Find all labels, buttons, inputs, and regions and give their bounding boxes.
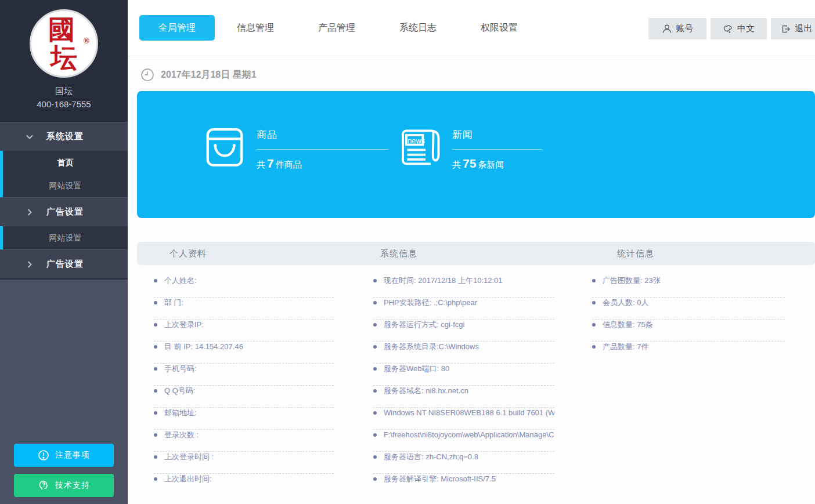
list-item: 服务器运行方式: cgi-fcgi [373, 320, 554, 342]
list-item: 上次登录时间 : [154, 452, 334, 474]
sidebar-item-label: 系统设置 [46, 131, 84, 142]
list-item: 产品数量: 7件 [592, 342, 785, 364]
panel-title-profile: 个人资料 [170, 248, 207, 259]
list-item: 上次登录IP: [154, 320, 334, 342]
brand-name: 国坛 [0, 86, 128, 97]
stats-banner: 商品 共7件商品 news 新闻 共75条新闻 [137, 91, 815, 218]
profile-list: 个人姓名: 部 门: 上次登录IP: 目 前 IP: 14.154.207.46… [154, 275, 334, 496]
list-item: 个人姓名: [154, 275, 334, 298]
bullet-icon [154, 455, 157, 459]
tab-permission-settings[interactable]: 权限设置 [459, 15, 540, 41]
bullet-icon [373, 455, 377, 459]
sidebar-item-system-settings[interactable]: 系统设置 [0, 122, 128, 151]
panel-title-system: 系统信息 [380, 248, 417, 259]
bullet-icon [373, 411, 377, 415]
bullet-icon [154, 367, 157, 371]
account-button-label: 账号 [676, 23, 694, 34]
list-item: 服务器Web端口: 80 [373, 364, 554, 386]
list-item: 现在时间: 2017/12/18 上午10:12:01 [373, 275, 554, 298]
divider [452, 149, 542, 150]
brand-logo: 國 ® 坛 [30, 9, 98, 78]
list-item: 上次退出时间: [154, 474, 334, 496]
clock-icon [140, 68, 154, 82]
sidebar-submenu: 网站设置 [0, 226, 128, 249]
support-head-icon [38, 480, 49, 491]
bullet-icon [592, 345, 596, 349]
divider [257, 149, 388, 150]
info-lists: 个人姓名: 部 门: 上次登录IP: 目 前 IP: 14.154.207.46… [137, 265, 815, 498]
bullet-icon [154, 345, 157, 349]
notice-button[interactable]: 注意事项 [14, 444, 114, 467]
bullet-icon [592, 279, 596, 282]
bullet-icon [592, 301, 596, 304]
news-icon: news [398, 125, 443, 170]
brand-phone: 400-168-7555 [0, 99, 128, 109]
sidebar-submenu: 首页 网站设置 [0, 151, 128, 197]
sidebar-item-home[interactable]: 首页 [3, 151, 128, 174]
stat-count: 共75条新闻 [452, 157, 542, 171]
tab-global-management[interactable]: 全局管理 [139, 15, 215, 41]
chevron-right-icon [26, 208, 34, 216]
stat-news: news 新闻 共75条新闻 [398, 125, 542, 171]
list-item: 广告图数量: 23张 [592, 275, 785, 298]
account-button[interactable]: 账号 [648, 18, 706, 39]
sidebar-item-site-settings-2[interactable]: 网站设置 [3, 226, 128, 249]
list-item: 登录次数 : [154, 430, 334, 452]
tab-info-management[interactable]: 信息管理 [215, 15, 296, 41]
support-button[interactable]: 技术支持 [14, 474, 114, 497]
list-item: 信息数量: 75条 [592, 320, 785, 342]
bullet-icon [154, 323, 157, 327]
chevron-down-icon [26, 133, 34, 141]
system-info-list: 现在时间: 2017/12/18 上午10:12:01 PHP安装路径: .;C… [373, 275, 554, 496]
language-button[interactable]: 中文 [711, 18, 767, 39]
list-item: 服务器域名: ni8.hx.net.cn [373, 386, 554, 408]
sidebar-item-ad-settings-2[interactable]: 广告设置 [0, 249, 128, 278]
user-icon [662, 24, 672, 34]
chevron-right-icon [26, 260, 34, 269]
bullet-icon [373, 389, 377, 393]
logout-icon [781, 24, 791, 34]
sidebar-item-site-settings[interactable]: 网站设置 [3, 174, 128, 197]
registered-mark: ® [84, 37, 89, 46]
brand-area: 國 ® 坛 国坛 400-168-7555 [0, 0, 128, 122]
panel-title-stats: 统计信息 [617, 248, 654, 259]
bullet-icon [373, 367, 377, 371]
logout-button-label: 退出 [795, 23, 813, 34]
bullet-icon [154, 411, 157, 415]
list-item: 会员人数: 0人 [592, 298, 785, 320]
date-row: 2017年12月18日 星期1 [137, 64, 815, 85]
current-date: 2017年12月18日 星期1 [161, 69, 257, 81]
tab-system-log[interactable]: 系统日志 [377, 15, 459, 41]
sidebar-item-ad-settings-1[interactable]: 广告设置 [0, 197, 128, 226]
bullet-icon [154, 433, 157, 437]
bullet-icon [154, 279, 157, 282]
logout-button[interactable]: 退出 [771, 18, 815, 39]
list-item: Q Q号码: [154, 386, 334, 408]
top-actions: 账号 中文 退出 [648, 18, 815, 39]
bullet-icon [592, 323, 596, 327]
list-item: F:\freehost\ni8tojoycom\web\Application\… [373, 430, 554, 452]
sidebar-menu: 系统设置 首页 网站设置 广告设置 网站设置 广告设置 [0, 122, 128, 280]
exclamation-circle-icon [38, 449, 49, 461]
list-item: 目 前 IP: 14.154.207.46 [154, 342, 334, 364]
statistics-list: 广告图数量: 23张 会员人数: 0人 信息数量: 75条 产品数量: 7件 [592, 275, 785, 364]
logo-char-1: 國 [48, 17, 75, 43]
support-button-label: 技术支持 [55, 480, 90, 491]
sidebar-item-label: 广告设置 [46, 259, 84, 270]
bullet-icon [154, 477, 157, 481]
language-button-label: 中文 [737, 23, 755, 34]
notice-button-label: 注意事项 [55, 450, 90, 461]
nav-tabs: 全局管理 信息管理 产品管理 系统日志 权限设置 [139, 15, 540, 41]
bullet-icon [373, 301, 377, 304]
bullet-icon [373, 323, 377, 327]
main-area: 全局管理 信息管理 产品管理 系统日志 权限设置 账号 中文 [128, 0, 815, 504]
tab-product-management[interactable]: 产品管理 [296, 15, 377, 41]
list-item: 服务器解译引擎: Microsoft-IIS/7.5 [373, 474, 554, 496]
list-item: 邮箱地址: [154, 408, 334, 430]
list-item: 服务器系统目录:C:\Windows [373, 342, 554, 364]
list-item: 服务器语言: zh-CN,zh;q=0.8 [373, 452, 554, 474]
list-item: 手机号码: [154, 364, 334, 386]
top-navigation: 全局管理 信息管理 产品管理 系统日志 权限设置 账号 中文 [128, 0, 815, 56]
list-item: 部 门: [154, 298, 334, 320]
bullet-icon [154, 389, 157, 393]
